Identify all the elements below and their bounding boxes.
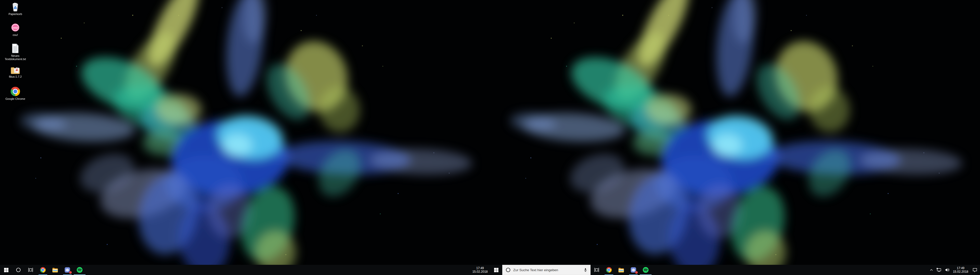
start-button[interactable]	[0, 265, 12, 275]
clock-date: 15.02.2018	[953, 270, 968, 273]
monitor-right: Zur Suche Text hier eingeben	[490, 0, 980, 275]
taskbar-app-chrome[interactable]	[37, 265, 49, 275]
desktop-wallpaper	[490, 0, 980, 265]
taskbar-app-file-explorer[interactable]	[49, 265, 61, 275]
taskbar-app-chrome[interactable]	[603, 265, 615, 275]
desktop-icon-recycle-bin[interactable]: Papierkorb	[3, 2, 27, 16]
taskbar-app-spotify[interactable]	[73, 265, 86, 275]
osu-icon: osu!	[10, 22, 21, 33]
task-view-button[interactable]	[590, 265, 603, 275]
task-view-icon	[594, 267, 599, 272]
windows-logo-icon	[4, 268, 8, 272]
taskbar-app-discord[interactable]	[627, 265, 640, 275]
desktop-icon-text-document[interactable]: Neues Textdokument.txt	[3, 43, 27, 61]
task-view-button[interactable]	[24, 265, 37, 275]
file-explorer-icon	[618, 267, 624, 273]
taskbar-right: Zur Suche Text hier eingeben	[490, 265, 980, 275]
cortana-ring-icon	[16, 267, 21, 272]
network-ethernet-icon	[937, 268, 942, 272]
task-view-icon	[28, 267, 33, 272]
taskbar-app-discord[interactable]	[61, 265, 73, 275]
desktop-icon-filius[interactable]: filius-1.7.2	[3, 66, 27, 78]
action-center-icon	[973, 268, 977, 272]
dual-monitor-desktop: Papierkorb osu! osu! Neues Textdokument.…	[0, 0, 980, 275]
desktop-icon-label: Neues Textdokument.txt	[3, 54, 27, 61]
chrome-icon	[40, 267, 46, 273]
clock-time: 17:49	[957, 266, 964, 270]
system-tray: 17:49 15.02.2018	[928, 265, 980, 275]
cortana-search-box[interactable]: Zur Suche Text hier eingeben	[502, 265, 590, 275]
desktop-icon-grid: Papierkorb osu! osu! Neues Textdokument.…	[0, 0, 33, 112]
spotify-icon	[76, 267, 83, 273]
clock-date: 15.02.2018	[473, 270, 488, 273]
discord-notification-badge	[635, 271, 638, 274]
volume-icon	[945, 268, 950, 272]
desktop-icon-label: Papierkorb	[3, 13, 27, 16]
recycle-bin-icon	[10, 2, 21, 12]
desktop-icon-google-chrome[interactable]: Google Chrome	[3, 86, 27, 101]
taskbar-left: 17:49 15.02.2018	[0, 265, 490, 275]
desktop-wallpaper	[0, 0, 490, 265]
osu-icon-text: osu!	[13, 26, 18, 29]
text-document-icon	[11, 43, 19, 54]
monitor-left: Papierkorb osu! osu! Neues Textdokument.…	[0, 0, 490, 275]
search-placeholder-text: Zur Suche Text hier eingeben	[513, 268, 581, 272]
microphone-icon[interactable]	[584, 268, 587, 272]
file-explorer-icon	[52, 267, 58, 273]
action-center-button[interactable]	[970, 265, 980, 275]
tray-expand-chevron-button[interactable]	[928, 265, 935, 275]
volume-button[interactable]	[943, 265, 951, 275]
desktop-icon-osu[interactable]: osu! osu!	[3, 22, 27, 37]
clock-time: 17:49	[476, 266, 484, 270]
taskbar-clock[interactable]: 17:49 15.02.2018	[951, 265, 970, 275]
cortana-ring-icon	[506, 267, 511, 272]
chevron-up-icon	[929, 268, 933, 272]
network-status-button[interactable]	[935, 265, 943, 275]
discord-notification-badge	[69, 271, 72, 274]
taskbar-app-file-explorer[interactable]	[615, 265, 627, 275]
desktop-icon-label: filius-1.7.2	[3, 75, 27, 78]
chrome-icon	[10, 86, 21, 96]
filius-folder-icon	[10, 66, 21, 74]
windows-logo-icon	[494, 268, 498, 272]
spotify-icon	[643, 267, 649, 273]
start-button[interactable]	[490, 265, 502, 275]
cortana-button[interactable]	[12, 265, 24, 275]
taskbar-app-spotify[interactable]	[640, 265, 652, 275]
desktop-icon-label: osu!	[3, 33, 27, 37]
desktop-icon-label: Google Chrome	[3, 97, 27, 101]
chrome-icon	[606, 267, 612, 273]
taskbar-clock[interactable]: 17:49 15.02.2018	[471, 265, 490, 275]
